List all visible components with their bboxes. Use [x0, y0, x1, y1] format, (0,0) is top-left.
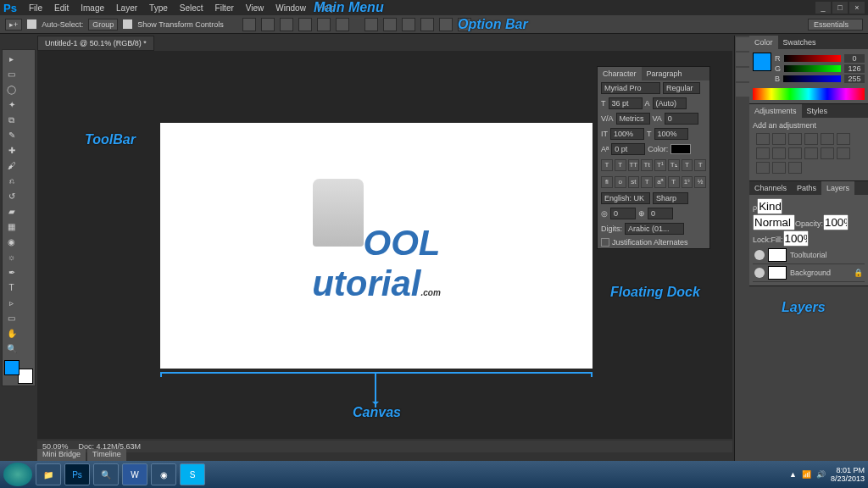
- menu-type[interactable]: Type: [144, 2, 173, 14]
- align-center-h-icon[interactable]: [261, 18, 275, 31]
- shape-tool[interactable]: ▭: [4, 311, 19, 325]
- layer-row[interactable]: Tooltutorial: [753, 247, 865, 264]
- adj-levels-icon[interactable]: [772, 133, 786, 145]
- tab-mini-bridge[interactable]: Mini Bridge: [37, 449, 86, 461]
- blend-mode[interactable]: [753, 214, 795, 230]
- visibility-icon[interactable]: [754, 250, 765, 260]
- adj-threshold-icon[interactable]: [756, 162, 770, 174]
- taskbar-word-icon[interactable]: W: [122, 463, 147, 485]
- metrics[interactable]: [616, 113, 650, 125]
- taskbar-photoshop-icon[interactable]: Ps: [64, 463, 90, 485]
- brush-tool[interactable]: 🖌: [4, 158, 19, 173]
- tray-flag-icon[interactable]: ▲: [789, 470, 797, 479]
- menu-image[interactable]: Image: [75, 2, 109, 14]
- bold-icon[interactable]: T: [601, 159, 613, 171]
- v-scale[interactable]: [610, 128, 644, 140]
- r-slider[interactable]: [784, 55, 842, 62]
- g-slider[interactable]: [784, 65, 841, 72]
- color-preview[interactable]: [753, 53, 771, 71]
- gradient-tool[interactable]: ▦: [4, 219, 19, 234]
- show-transform-checkbox[interactable]: [123, 19, 132, 29]
- rotation[interactable]: [610, 208, 636, 219]
- align-center-v-icon[interactable]: [317, 18, 331, 31]
- strip-actions-icon[interactable]: [736, 83, 749, 97]
- stamp-tool[interactable]: ⎌: [4, 174, 19, 188]
- stylistic-icon[interactable]: st: [628, 176, 640, 188]
- font-style[interactable]: [663, 82, 700, 94]
- italic-icon[interactable]: T: [615, 159, 626, 171]
- visibility-icon[interactable]: [754, 268, 765, 278]
- strip-history-icon[interactable]: [736, 37, 749, 51]
- menu-window[interactable]: Window: [270, 2, 311, 14]
- distribute-right-icon[interactable]: [402, 18, 415, 31]
- background-color[interactable]: [18, 369, 33, 384]
- tab-styles[interactable]: Styles: [802, 104, 833, 118]
- leading[interactable]: [653, 97, 687, 109]
- align-bottom-icon[interactable]: [336, 18, 349, 31]
- adj-hue-icon[interactable]: [837, 133, 850, 145]
- tray-volume-icon[interactable]: 🔊: [816, 470, 826, 479]
- tab-paragraph[interactable]: Paragraph: [642, 67, 687, 80]
- menu-edit[interactable]: Edit: [49, 2, 74, 14]
- align-top-icon[interactable]: [298, 18, 312, 31]
- auto-select-checkbox[interactable]: [27, 19, 36, 29]
- tab-channels[interactable]: Channels: [749, 181, 792, 195]
- align-right-icon[interactable]: [280, 18, 293, 31]
- adj-invert-icon[interactable]: [821, 147, 834, 159]
- hand-tool[interactable]: ✋: [4, 326, 19, 341]
- layer-filter[interactable]: [757, 198, 782, 214]
- adj-selective-icon[interactable]: [788, 162, 802, 174]
- tray-date[interactable]: 8/23/2013: [831, 474, 865, 483]
- menu-layer[interactable]: Layer: [111, 2, 142, 14]
- taskbar-explorer-icon[interactable]: 📁: [36, 463, 61, 485]
- move-tool-icon[interactable]: ▸+: [5, 19, 22, 30]
- history-brush-tool[interactable]: ↺: [4, 189, 19, 203]
- opacity[interactable]: [823, 214, 849, 230]
- ordinals-icon[interactable]: aª: [654, 176, 666, 188]
- font-family[interactable]: [601, 82, 660, 94]
- lasso-tool[interactable]: ◯: [4, 82, 19, 97]
- adj-mixer-icon[interactable]: [788, 147, 802, 159]
- h-scale[interactable]: [654, 128, 688, 140]
- pen-tool[interactable]: ✒: [4, 265, 19, 280]
- tab-swatches[interactable]: Swatches: [778, 36, 821, 49]
- align-left-icon[interactable]: [242, 18, 256, 31]
- smallcaps-icon[interactable]: Tt: [641, 159, 653, 171]
- wand-tool[interactable]: ✦: [4, 97, 19, 112]
- path-tool[interactable]: ▹: [4, 296, 19, 310]
- tab-character[interactable]: Character: [598, 67, 642, 80]
- taskbar-chrome-icon[interactable]: ◉: [151, 463, 176, 485]
- oldstyle-icon[interactable]: o: [615, 176, 626, 188]
- fill[interactable]: [783, 230, 809, 247]
- tab-adjustments[interactable]: Adjustments: [749, 104, 802, 118]
- distribute-top-icon[interactable]: [420, 18, 434, 31]
- spacing[interactable]: [648, 208, 673, 219]
- healing-tool[interactable]: ✚: [4, 143, 19, 158]
- first-icon[interactable]: 1ˢ: [682, 176, 693, 188]
- adj-exposure-icon[interactable]: [804, 133, 818, 145]
- anti-alias[interactable]: [653, 192, 688, 204]
- close-button[interactable]: ×: [849, 2, 865, 14]
- tab-paths[interactable]: Paths: [792, 181, 821, 195]
- kerning[interactable]: [665, 113, 698, 125]
- dodge-tool[interactable]: ☼: [4, 250, 19, 264]
- titling-icon[interactable]: T: [641, 176, 653, 188]
- canvas[interactable]: OOL utorial.com: [160, 123, 593, 369]
- maximize-button[interactable]: □: [832, 2, 848, 14]
- b-slider[interactable]: [783, 75, 841, 82]
- digits[interactable]: [625, 223, 684, 235]
- baseline[interactable]: [611, 143, 645, 155]
- menu-file[interactable]: File: [24, 2, 47, 14]
- minimize-button[interactable]: _: [815, 2, 831, 14]
- justification-checkbox[interactable]: [601, 238, 609, 247]
- underline-icon[interactable]: T: [682, 159, 693, 171]
- menu-view[interactable]: View: [241, 2, 270, 14]
- super-icon[interactable]: T¹: [654, 159, 666, 171]
- strike-icon[interactable]: T: [694, 159, 706, 171]
- tray-time[interactable]: 8:01 PM: [831, 466, 865, 474]
- strip-properties-icon[interactable]: [736, 53, 749, 66]
- taskbar-skype-icon[interactable]: S: [180, 463, 205, 485]
- ligature-icon[interactable]: fi: [601, 176, 613, 188]
- adj-bw-icon[interactable]: [756, 147, 770, 159]
- menu-select[interactable]: Select: [175, 2, 209, 14]
